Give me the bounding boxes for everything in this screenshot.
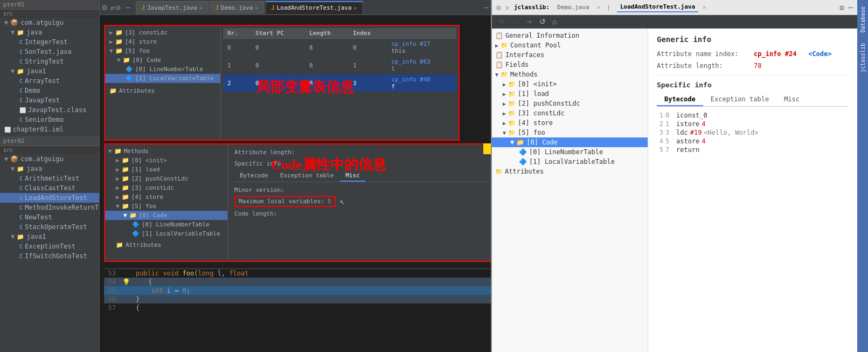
sidebar-jclasslib-label[interactable]: jclasslib xyxy=(859,39,867,77)
code-tree-linenum[interactable]: 🔷 [0] LineNumberTable xyxy=(105,220,227,229)
jcl-tree-store[interactable]: ▶ 📁 [4] store xyxy=(492,118,648,128)
tree-NewTest[interactable]: C NewTest xyxy=(0,212,99,222)
minimize-icon[interactable]: ─ xyxy=(126,3,130,12)
tree-com-atguigu2[interactable]: ▼ 📦 com.atguigu xyxy=(0,154,99,164)
close-demo-tab[interactable]: ✕ xyxy=(597,4,601,11)
tab-bytecode[interactable]: Bytecode xyxy=(234,170,274,182)
lvt-tree-constLdc[interactable]: ▶ 📁 [3] constLdc xyxy=(105,28,220,37)
close-loadandstore-tab[interactable]: ✕ xyxy=(703,4,706,11)
gear-icon-right[interactable]: ⚙ xyxy=(839,3,844,12)
code-tree-code[interactable]: ▼ 📁 [0] Code xyxy=(105,211,227,220)
cell-val-0: cp_info #27 this xyxy=(387,39,456,57)
lv-row-1[interactable]: 1 0 8 1 cp_info #63 l xyxy=(223,57,456,74)
tree-ClassCastTest[interactable]: C ClassCastTest xyxy=(0,183,99,193)
minus-icon[interactable]: ─ xyxy=(484,3,489,12)
code-tree-localvar[interactable]: 🔷 [1] LocalVariableTable xyxy=(105,229,227,238)
tree-SonTest[interactable]: C SonTest.java xyxy=(0,47,99,57)
close-icon-right[interactable]: ✕ xyxy=(505,3,509,12)
code-tree-load[interactable]: ▶ 📁 [1] load xyxy=(105,165,227,174)
cp-link-1[interactable]: cp_info #63 xyxy=(391,58,430,65)
jcl-tree-code[interactable]: ▼ 📁 [0] Code xyxy=(492,137,648,147)
tree-SeniorDemo[interactable]: C SeniorDemo xyxy=(0,115,99,125)
nav-forward-btn[interactable]: → xyxy=(523,16,535,27)
lvt-tree-foo[interactable]: ▼ 📁 [5] foo xyxy=(105,46,220,56)
jcl-tree-fields[interactable]: 📋 Fields xyxy=(492,60,648,70)
close-LoadAndStoreTest-btn[interactable]: ✕ xyxy=(354,5,357,11)
tab-misc[interactable]: Misc xyxy=(340,170,365,182)
tree-ArrayTest[interactable]: C ArrayTest xyxy=(0,76,99,86)
code-tree-store[interactable]: ▶ 📁 [4] store xyxy=(105,192,227,202)
tree-JavapTestClass[interactable]: ⬜ JavapTest.class xyxy=(0,105,99,115)
settings-icon[interactable]: ⚙ xyxy=(102,2,107,12)
tree-java[interactable]: ▼ 📁 java xyxy=(0,27,99,37)
nav-close-btn[interactable]: ✕ xyxy=(496,16,507,27)
jcl-attr-name-value[interactable]: cp_info #24 xyxy=(754,50,796,58)
jcl-tree-localvar[interactable]: 🔷 [1] LocalVariableTable xyxy=(492,157,648,167)
jcl-tab-exception-table[interactable]: Exception table xyxy=(703,93,776,106)
lv-row-0[interactable]: 0 0 8 0 cp_info #27 this xyxy=(223,39,456,57)
jcl-tab-misc[interactable]: Misc xyxy=(776,93,807,106)
jcl-tab-Demo[interactable]: Demo.java xyxy=(554,3,593,12)
lvt-tree-localvar[interactable]: 🔷 [1] LocalVariableTable xyxy=(105,74,220,83)
nav-back-btn[interactable]: ← xyxy=(509,16,521,27)
jcl-tree-methods[interactable]: ▼ 📁 Methods xyxy=(492,70,648,79)
tree-IntegerTest[interactable]: C IntegerTest xyxy=(0,37,99,47)
tree-JavapTest[interactable]: C JavapTest xyxy=(0,95,99,105)
minimize-icon-right[interactable]: ─ xyxy=(849,3,853,12)
split-icon[interactable]: ⇄ xyxy=(110,3,115,12)
tab-LoadAndStoreTest[interactable]: J LoadAndStoreTest.java ✕ xyxy=(265,1,363,14)
tree-java1-2[interactable]: ▼ 📁 java1 xyxy=(0,232,99,241)
lvt-tree-linenum[interactable]: 🔷 [0] LineNumberTable xyxy=(105,65,220,74)
close-Demo-btn[interactable]: ✕ xyxy=(255,5,258,11)
tree-chapter01iml[interactable]: ⬜ chapter01.iml xyxy=(0,125,99,134)
code-tree-methods[interactable]: ▼ 📁 Methods xyxy=(105,147,227,156)
tree-MethodInvokeReturnTest[interactable]: C MethodInvokeReturnTest xyxy=(0,203,99,212)
jcl-tree-linenum[interactable]: 🔷 [0] LineNumberTable xyxy=(492,147,648,157)
jcl-tree-constLdc[interactable]: ▶ 📁 [3] constLdc xyxy=(492,108,648,118)
lvt-tree-attrs[interactable]: 📁 Attributes xyxy=(105,86,220,95)
settings-icon-right[interactable]: ⚙ xyxy=(496,3,501,12)
jcl-tree-interfaces[interactable]: 📋 Interfaces xyxy=(492,50,648,60)
tree-java1[interactable]: ▼ 📁 java1 xyxy=(0,66,99,76)
code-tree-constLdc[interactable]: ▶ 📁 [3] constLdc xyxy=(105,183,227,192)
code-tree-foo[interactable]: ▼ 📁 [5] foo xyxy=(105,202,227,211)
cp-link-0[interactable]: cp_info #27 xyxy=(391,40,430,47)
r-arrow-cp: ▶ xyxy=(495,43,498,49)
jcl-tab-bytecode[interactable]: Bytecode xyxy=(657,93,703,106)
tree-com-atguigu[interactable]: ▼ 📦 com.atguigu xyxy=(0,18,99,27)
tree-StackOperateTest[interactable]: C StackOperateTest xyxy=(0,222,99,232)
jcl-tree-general[interactable]: 📋 General Information xyxy=(492,31,648,40)
jcl-tree-init[interactable]: ▶ 📁 [0] <init> xyxy=(492,79,648,89)
lv-row-2[interactable]: 2 0 8 3 cp_info #48 f xyxy=(223,74,456,92)
cp-link-2[interactable]: cp_info #48 xyxy=(391,76,430,83)
jcl-tree-attributes[interactable]: 📁 Attributes xyxy=(492,167,648,176)
close-JavapTest-btn[interactable]: ✕ xyxy=(199,5,203,11)
r-folder-load: 📁 xyxy=(508,91,516,98)
tree-ArithmeticTest[interactable]: C ArithmeticTest xyxy=(0,174,99,183)
jcl-tree-foo[interactable]: ▼ 📁 [5] foo xyxy=(492,128,648,137)
tree-IfSwitchGotoTest[interactable]: C IfSwitchGotoTest xyxy=(0,251,99,261)
tree-ExceptionTest[interactable]: C ExceptionTest xyxy=(0,241,99,251)
tab-Demo[interactable]: J Demo.java ✕ xyxy=(210,1,265,14)
tree-StringTest[interactable]: C StringTest xyxy=(0,57,99,66)
nav-refresh-btn[interactable]: ↺ xyxy=(537,16,548,27)
tab-exception-table[interactable]: Exception table xyxy=(275,170,339,182)
lvt-tree-code[interactable]: ▼ 📁 [0] Code xyxy=(105,56,220,65)
code-tree-attrs[interactable]: 📁 Attributes xyxy=(105,240,227,250)
jcl-tree-constant-pool[interactable]: ▶ 📁 Constant Pool xyxy=(492,40,648,50)
lvt-tree-store[interactable]: ▶ 📁 [4] store xyxy=(105,37,220,46)
class-icon3: C xyxy=(19,59,23,65)
nav-home-btn[interactable]: ⌂ xyxy=(550,16,559,27)
tree-java2[interactable]: ▼ 📁 java xyxy=(0,164,99,174)
tab-JavapTest[interactable]: J JavapTest.java ✕ xyxy=(136,1,209,14)
code-tree-init[interactable]: ▶ 📁 [0] <init> xyxy=(105,156,227,165)
tree-LoadAndStoreTest[interactable]: C LoadAndStoreTest xyxy=(0,193,99,203)
linecontent-53: public void foo(long l, float xyxy=(120,270,491,277)
jcl-tree-pushConstLdc[interactable]: ▶ 📁 [2] pushConstLdc xyxy=(492,99,648,108)
code-tree-pushConstLdc[interactable]: ▶ 📁 [2] pushConstLdc xyxy=(105,174,227,183)
tree-Demo[interactable]: C Demo xyxy=(0,86,99,95)
sidebar-database-label[interactable]: Database xyxy=(859,2,867,37)
gear-icon[interactable]: ⚙ xyxy=(116,3,120,12)
jcl-tree-load[interactable]: ▶ 📁 [1] load xyxy=(492,89,648,99)
jcl-tab-LoadAndStore[interactable]: LoadAndStoreTest.java xyxy=(617,2,698,12)
